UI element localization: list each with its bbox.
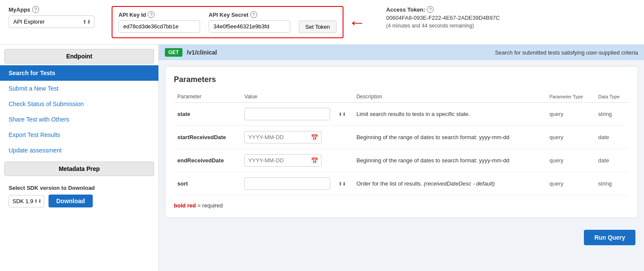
param-type-state: query [546, 103, 595, 126]
sdk-section: Select SDK version to Download SDK 1.9 ⬆… [0, 180, 158, 212]
api-key-id-group: API Key Id ? [118, 11, 200, 33]
sort-select-arrow: ⬆⬇ [338, 181, 346, 186]
end-date-input[interactable] [244, 154, 322, 167]
param-dtype-end-date: date [595, 149, 629, 172]
parameters-table: Parameter Value Description Parameter Ty… [174, 91, 629, 195]
param-value-end-date: 📅 [241, 149, 353, 172]
main-layout: Endpoint Search for Tests Submit a New T… [0, 45, 644, 271]
param-desc-end-date: Beginning of the range of dates to searc… [353, 149, 546, 172]
sdk-controls: SDK 1.9 ⬆⬇ Download [9, 195, 150, 207]
myapps-select-wrapper: API Explorer ⬆⬇ [9, 15, 94, 28]
api-key-secret-label-text: API Key Secret [209, 12, 249, 18]
api-key-secret-group: API Key Secret ? [209, 11, 290, 33]
api-key-id-label: API Key Id ? [118, 11, 200, 18]
table-row: endReceivedDate 📅 Beginning of the range… [174, 149, 629, 172]
api-keys-section: API Key Id ? API Key Secret ? Set Token [112, 6, 343, 38]
api-key-secret-label: API Key Secret ? [209, 11, 290, 18]
metadata-prep-button[interactable]: Metadata Prep [4, 161, 154, 176]
param-name-start-date: startReceivedDate [174, 126, 241, 149]
api-key-secret-help-icon[interactable]: ? [250, 11, 257, 18]
access-token-label-text: Access Token: [386, 6, 425, 13]
sidebar-item-search-tests[interactable]: Search for Tests [0, 65, 158, 81]
sort-select-wrapper: ⬆⬇ [244, 177, 349, 190]
access-token-section: Access Token: ? 00604FA8-093E-F222-4E67-… [386, 6, 500, 29]
sdk-version-select[interactable]: SDK 1.9 [9, 195, 44, 207]
col-header-parameter-type: Parameter Type [546, 91, 595, 103]
sidebar-item-update-assessment[interactable]: Update assessment [0, 143, 158, 158]
start-date-input[interactable] [244, 131, 322, 143]
param-type-start-date: query [546, 126, 595, 149]
access-token-help-icon[interactable]: ? [427, 6, 434, 13]
red-arrow-indicator: ← [349, 14, 366, 31]
table-row: startReceivedDate 📅 Beginning of the ran… [174, 126, 629, 149]
required-note: bold red = required [174, 202, 629, 209]
sidebar-item-submit-test[interactable]: Submit a New Test [0, 81, 158, 96]
param-dtype-state: string [595, 103, 629, 126]
required-note-suffix: = required [196, 202, 223, 209]
sdk-label: Select SDK version to Download [9, 185, 150, 191]
param-desc-state: Limit search results to tests in a speci… [353, 103, 546, 126]
myapps-label: MyApps ? [9, 6, 94, 13]
sidebar-item-check-status[interactable]: Check Status of Submission [0, 96, 158, 112]
api-keys-container: API Key Id ? API Key Secret ? Set Token … [112, 6, 343, 38]
col-header-value: Value [241, 91, 353, 103]
sidebar: Endpoint Search for Tests Submit a New T… [0, 45, 159, 271]
param-dtype-start-date: date [595, 126, 629, 149]
api-key-id-help-icon[interactable]: ? [148, 11, 155, 18]
col-header-parameter: Parameter [174, 91, 241, 103]
sdk-select-wrapper: SDK 1.9 ⬆⬇ [9, 195, 44, 207]
param-type-end-date: query [546, 149, 595, 172]
table-row: state ⬆⬇ Limit search results to tests i… [174, 103, 629, 126]
start-date-input-wrapper: 📅 [244, 131, 322, 143]
endpoint-path: /v1/clinical [187, 49, 217, 56]
access-token-remaining: (4 minutes and 44 seconds remaining) [386, 23, 500, 29]
run-query-button[interactable]: Run Query [584, 230, 635, 245]
param-value-state: ⬆⬇ [241, 103, 353, 126]
param-type-sort: query [546, 172, 595, 195]
myapps-text: MyApps [9, 6, 30, 13]
sidebar-item-share-test[interactable]: Share Test with Others [0, 112, 158, 127]
run-query-area: Run Query [159, 224, 644, 251]
param-value-sort: ⬆⬇ [241, 172, 353, 195]
col-header-description: Description [353, 91, 546, 103]
col-header-data-type: Data Type [595, 91, 629, 103]
param-dtype-sort: string [595, 172, 629, 195]
myapps-select[interactable]: API Explorer [9, 15, 94, 28]
endpoint-bar: GET /v1/clinical Search for submitted te… [159, 45, 644, 60]
parameters-title: Parameters [174, 75, 629, 84]
param-name-state: state [174, 103, 241, 126]
endpoint-button[interactable]: Endpoint [4, 49, 154, 64]
param-value-start-date: 📅 [241, 126, 353, 149]
myapps-section: MyApps ? API Explorer ⬆⬇ [9, 6, 94, 28]
parameters-panel: Parameters Parameter Value Description P… [165, 66, 638, 218]
content-area: GET /v1/clinical Search for submitted te… [159, 45, 644, 271]
sort-select[interactable] [244, 177, 330, 190]
param-desc-sort: Order for the list of results. (received… [353, 172, 546, 195]
myapps-help-icon[interactable]: ? [32, 6, 39, 13]
param-name-end-date: endReceivedDate [174, 149, 241, 172]
access-token-value: 00604FA8-093E-F222-4E67-2ADE39D4B97C [386, 15, 500, 21]
set-token-button[interactable]: Set Token [299, 21, 337, 33]
sidebar-item-export-results[interactable]: Export Test Results [0, 127, 158, 143]
state-select[interactable] [244, 108, 330, 120]
required-text: bold red [174, 202, 196, 209]
end-date-input-wrapper: 📅 [244, 154, 322, 167]
api-key-id-label-text: API Key Id [118, 12, 146, 18]
state-select-wrapper: ⬆⬇ [244, 108, 349, 120]
http-method-badge: GET [165, 48, 182, 57]
api-key-secret-input[interactable] [209, 20, 290, 33]
table-row: sort ⬆⬇ Order for the list of results. (… [174, 172, 629, 195]
endpoint-description: Search for submitted tests satisfying us… [495, 49, 638, 56]
api-key-id-input[interactable] [118, 20, 200, 33]
top-bar: MyApps ? API Explorer ⬆⬇ API Key Id ? AP… [0, 0, 644, 45]
access-token-label: Access Token: ? [386, 6, 500, 13]
param-desc-start-date: Beginning of the range of dates to searc… [353, 126, 546, 149]
download-button[interactable]: Download [49, 195, 93, 207]
param-name-sort: sort [174, 172, 241, 195]
state-select-arrow: ⬆⬇ [338, 111, 346, 117]
